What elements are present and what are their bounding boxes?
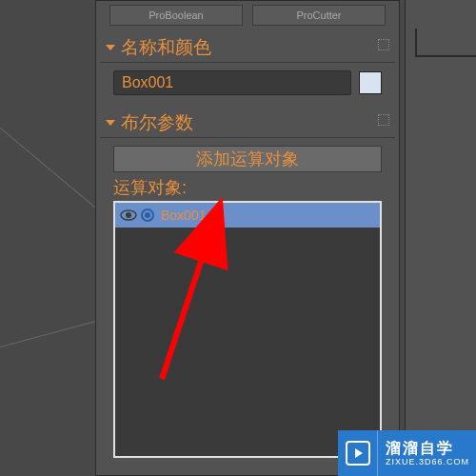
watermark-logo-icon xyxy=(338,430,378,476)
watermark-url: ZIXUE.3D66.COM xyxy=(386,458,476,466)
name-color-section: 名称和颜色 xyxy=(100,33,395,103)
circle-icon xyxy=(140,208,155,223)
bool-params-body: 添加运算对象 运算对象: xyxy=(100,137,395,466)
operand-list[interactable]: Box001 xyxy=(113,201,382,458)
object-name-input[interactable] xyxy=(113,70,351,95)
svg-marker-7 xyxy=(355,448,363,458)
watermark: 溜溜自学 ZIXUE.3D66.COM xyxy=(338,430,476,476)
name-color-header[interactable]: 名称和颜色 xyxy=(100,33,395,62)
viewport-background xyxy=(0,0,95,476)
name-color-body xyxy=(100,62,395,103)
chevron-down-icon xyxy=(106,120,115,126)
top-button-row: ProBoolean ProCutter xyxy=(100,5,395,33)
svg-point-1 xyxy=(126,212,131,218)
operand-list-label: 运算对象: xyxy=(113,176,382,199)
add-operand-button[interactable]: 添加运算对象 xyxy=(113,146,382,172)
bool-params-header[interactable]: 布尔参数 xyxy=(100,109,395,137)
svg-point-3 xyxy=(145,212,150,218)
name-color-title: 名称和颜色 xyxy=(121,35,211,60)
right-panel-edge xyxy=(405,0,476,476)
chevron-down-icon xyxy=(106,45,115,50)
bool-params-section: 布尔参数 添加运算对象 运算对象: xyxy=(100,109,395,466)
modifier-panel: ProBoolean ProCutter 名称和颜色 布尔参数 添加运算对象 运… xyxy=(95,0,400,476)
color-swatch[interactable] xyxy=(359,71,382,94)
procutter-button[interactable]: ProCutter xyxy=(252,5,386,26)
bool-params-title: 布尔参数 xyxy=(121,110,193,135)
list-item[interactable]: Box001 xyxy=(115,203,380,228)
list-item-label: Box001 xyxy=(161,208,206,223)
eye-icon xyxy=(119,208,138,222)
proboolean-button[interactable]: ProBoolean xyxy=(109,5,243,26)
watermark-title: 溜溜自学 xyxy=(386,441,476,456)
watermark-text: 溜溜自学 ZIXUE.3D66.COM xyxy=(378,441,476,466)
name-row xyxy=(113,70,382,95)
